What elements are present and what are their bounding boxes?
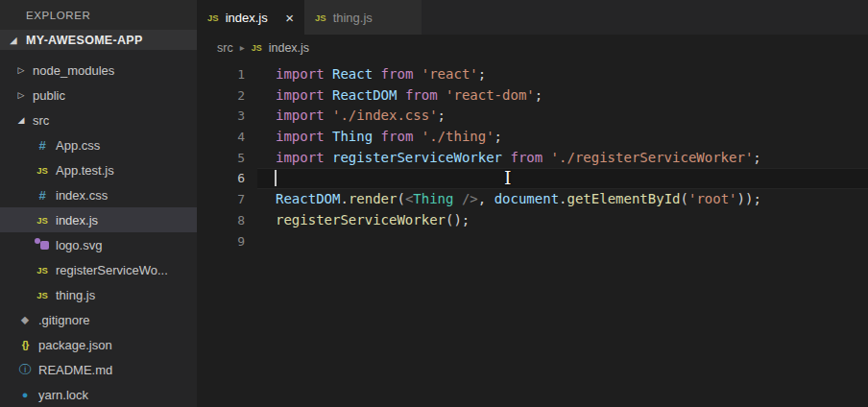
code-text: ReactDOM.render(<Thing />, document.getE… [245,189,761,210]
code-text: import './index.css'; [245,106,446,127]
file-tree: ▷node_modules▷public◢src#App.cssJSApp.te… [0,58,197,407]
chevron-expanded-icon: ◢ [15,115,27,125]
js-icon: JS [35,290,50,300]
line-number: 5 [197,148,245,169]
tree-item-label: logo.svg [56,238,102,252]
code-line-9[interactable]: 9 [197,231,868,252]
js-icon: JS [35,215,50,226]
code-text [245,168,276,189]
code-text: registerServiceWorker(); [245,210,470,231]
code-text: import Thing from './thing'; [245,127,502,148]
chevron-collapsed-icon: ▷ [15,65,27,75]
tree-item-label: App.test.js [56,163,114,178]
css-icon: # [35,138,50,153]
tree-item-label: App.css [56,138,100,153]
tree-item-public[interactable]: ▷public [0,83,197,108]
tree-item-index-css[interactable]: #index.css [0,182,197,207]
chevron-right-icon: ▸ [240,42,245,53]
vscode-window: EXPLORER ◢ MY-AWESOME-APP ▷node_modules▷… [0,0,868,407]
editor-group: JS index.js × JS thing.js src ▸ JS index… [197,0,868,407]
line-number: 9 [197,231,245,252]
code-text: import React from 'react'; [245,64,486,85]
tree-item-label: index.js [56,213,98,227]
breadcrumb: src ▸ JS index.js [197,35,868,60]
breadcrumb-file[interactable]: index.js [269,41,309,55]
tree-item-registerservicewo[interactable]: JSregisterServiceWo... [0,257,197,282]
line-number: 4 [197,127,245,148]
tree-item-label: index.css [56,188,108,203]
tree-item-label: README.md [38,363,112,377]
code-text: import ReactDOM from 'react-dom'; [245,85,542,107]
tree-item-app-css[interactable]: #App.css [0,132,197,157]
tree-item-label: yarn.lock [38,388,88,402]
line-number: 7 [197,189,245,210]
code-line-8[interactable]: 8registerServiceWorker(); [197,210,868,231]
tree-item-package-json[interactable]: {}package.json [0,332,197,357]
line-number: 3 [197,106,245,127]
code-lines: 1import React from 'react';2import React… [197,64,868,251]
explorer-header: EXPLORER [0,0,197,30]
info-icon: ⓘ [17,362,33,378]
tab-bar: JS index.js × JS thing.js [197,0,868,35]
code-line-6[interactable]: 6 [197,168,868,189]
line-number: 8 [197,210,245,231]
js-icon: JS [35,265,50,275]
tree-item-label: thing.js [56,288,95,302]
json-icon: {} [17,339,33,350]
code-line-4[interactable]: 4import Thing from './thing'; [197,127,868,148]
line-number: 2 [197,85,245,107]
code-line-1[interactable]: 1import React from 'react'; [197,64,868,85]
chevron-expanded-icon: ◢ [8,36,19,45]
breadcrumb-folder[interactable]: src [217,41,233,55]
tree-item-node-modules[interactable]: ▷node_modules [0,58,197,83]
svg-icon [35,238,50,251]
js-icon: JS [35,165,50,176]
tree-item-gitignore[interactable]: ⬥.gitignore [0,307,197,332]
yarn-icon: ● [17,389,33,400]
code-text [245,231,276,252]
tree-item-label: registerServiceWo... [56,263,168,277]
tree-item-thing-js[interactable]: JSthing.js [0,282,197,307]
js-file-icon: JS [207,12,219,23]
tree-item-label: public [33,88,65,103]
code-editor[interactable]: 1import React from 'react';2import React… [197,60,868,407]
close-tab-icon[interactable]: × [285,11,294,25]
code-line-2[interactable]: 2import ReactDOM from 'react-dom'; [197,85,868,107]
line-number: 1 [197,64,245,85]
root-folder-label: MY-AWESOME-APP [26,34,143,47]
tree-item-logo-svg[interactable]: logo.svg [0,232,197,257]
tab-index-js[interactable]: JS index.js × [197,0,304,35]
explorer-sidebar: EXPLORER ◢ MY-AWESOME-APP ▷node_modules▷… [0,0,197,407]
tree-item-app-test-js[interactable]: JSApp.test.js [0,157,197,182]
tree-item-readme-md[interactable]: ⓘREADME.md [0,357,197,382]
text-caret [275,170,277,186]
code-line-3[interactable]: 3import './index.css'; [197,106,868,127]
explorer-title: EXPLORER [26,10,90,21]
tab-label: index.js [226,11,268,25]
tree-item-label: .gitignore [38,313,89,327]
css-icon: # [35,188,50,203]
git-icon: ⬥ [17,313,33,326]
tree-item-yarn-lock[interactable]: ●yarn.lock [0,382,197,407]
tree-item-label: src [33,113,49,128]
tree-item-label: package.json [38,338,112,352]
js-file-icon: JS [252,43,262,53]
tab-thing-js[interactable]: JS thing.js [304,0,422,35]
tree-item-index-js[interactable]: JSindex.js [0,207,197,232]
line-number: 6 [197,168,245,189]
tree-item-label: node_modules [33,63,114,78]
chevron-collapsed-icon: ▷ [15,90,27,100]
tree-item-src[interactable]: ◢src [0,108,197,132]
tab-label: thing.js [333,11,373,25]
code-line-7[interactable]: 7ReactDOM.render(<Thing />, document.get… [197,189,868,210]
root-folder-row[interactable]: ◢ MY-AWESOME-APP [0,30,197,50]
js-file-icon: JS [315,12,326,23]
code-line-5[interactable]: 5import registerServiceWorker from './re… [197,148,868,169]
code-text: import registerServiceWorker from './reg… [245,148,761,169]
